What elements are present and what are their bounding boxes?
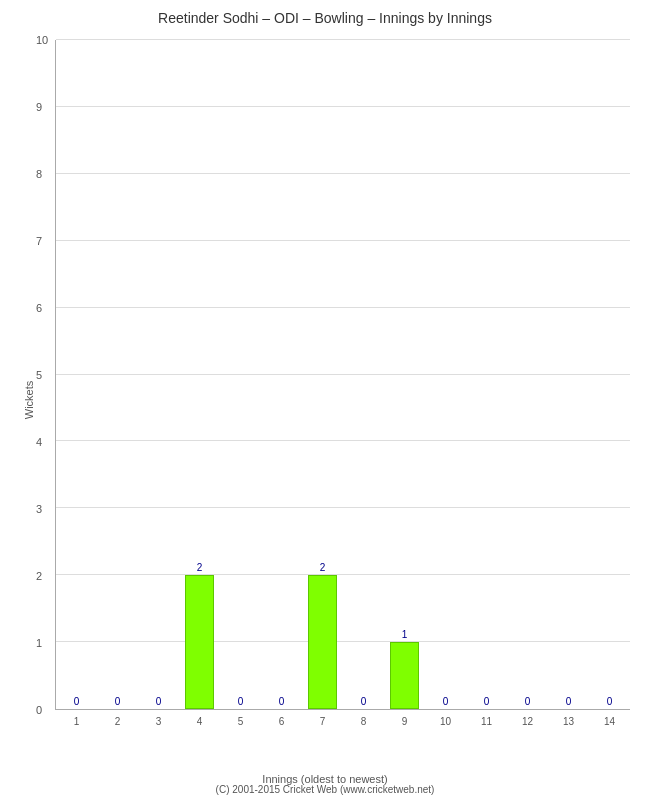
x-tick-label: 11 — [481, 716, 492, 727]
y-tick-label: 0 — [36, 704, 645, 716]
x-tick-label: 3 — [156, 716, 162, 727]
x-tick-label: 6 — [279, 716, 285, 727]
x-tick-label: 13 — [563, 716, 574, 727]
y-tick-label: 5 — [36, 369, 645, 381]
x-tick-label: 4 — [197, 716, 203, 727]
y-tick-label: 6 — [36, 302, 645, 314]
y-tick-label: 8 — [36, 168, 645, 180]
y-tick-label: 1 — [36, 637, 645, 649]
copyright: (C) 2001-2015 Cricket Web (www.cricketwe… — [216, 784, 435, 795]
y-tick-label: 3 — [36, 503, 645, 515]
y-tick-label: 10 — [36, 34, 645, 46]
y-tick-label: 2 — [36, 570, 645, 582]
chart-title: Reetinder Sodhi – ODI – Bowling – Inning… — [0, 0, 650, 31]
bar — [390, 642, 419, 709]
x-tick-label: 9 — [402, 716, 408, 727]
y-tick-label: 7 — [36, 235, 645, 247]
y-tick-label: 4 — [36, 436, 645, 448]
y-axis-label: Wickets — [23, 381, 35, 420]
x-tick-label: 5 — [238, 716, 244, 727]
x-tick-label: 10 — [440, 716, 451, 727]
x-tick-label: 7 — [320, 716, 326, 727]
x-tick-label: 12 — [522, 716, 533, 727]
x-tick-label: 1 — [74, 716, 80, 727]
x-tick-label: 8 — [361, 716, 367, 727]
x-tick-label: 14 — [604, 716, 615, 727]
y-tick-label: 9 — [36, 101, 645, 113]
chart-container: Reetinder Sodhi – ODI – Bowling – Inning… — [0, 0, 650, 800]
x-tick-label: 2 — [115, 716, 121, 727]
